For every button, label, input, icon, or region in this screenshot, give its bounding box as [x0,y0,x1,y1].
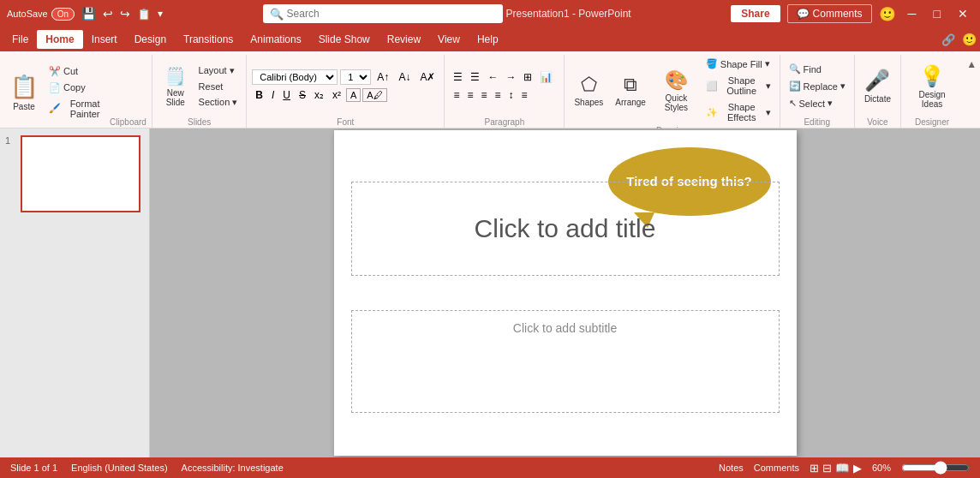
ribbon-group-designer: 💡 Design Ideas Designer [901,55,963,128]
slides-top: 🗒️ New Slide Layout ▾ Reset Section ▾ [158,57,241,116]
format-painter-icon: 🖌️ [49,103,61,114]
voice-label: Voice [860,116,895,128]
menu-design[interactable]: Design [126,30,175,49]
align-center-button[interactable]: ≡ [463,87,476,103]
shape-effects-button[interactable]: ✨ Shape Effects ▾ [702,100,774,124]
slide-subtitle-area[interactable]: Click to add subtitle [351,310,780,413]
replace-button[interactable]: 🔄 Replace ▾ [786,79,849,93]
zoom-slider[interactable] [901,461,970,475]
ribbon-group-paragraph: ☰ ☰ ← → ⊞ 📊 ≡ ≡ ≡ ≡ ↕ ≡ Paragraph [445,55,565,128]
strikethrough-button[interactable]: S [296,87,309,103]
menu-home[interactable]: Home [37,30,82,49]
restore-button[interactable]: □ [929,5,946,22]
design-ideas-button[interactable]: 💡 Design Ideas [906,62,958,111]
menu-view[interactable]: View [429,30,469,49]
customize-icon[interactable]: ▾ [158,8,163,20]
align-right-button[interactable]: ≡ [477,87,490,103]
extra-para-button[interactable]: ≡ [517,87,530,103]
paste-icon: 📋 [10,74,38,100]
title-bar-center: 🔍 Presentation1 - PowerPoint [263,4,631,23]
slide-canvas[interactable]: Tired of seeing this? Click to add title… [334,130,797,456]
search-input[interactable] [287,8,496,20]
font-name-select[interactable]: Calibri (Body) [252,69,338,85]
paragraph-row2: ≡ ≡ ≡ ≡ ↕ ≡ [450,87,559,103]
title-bar-right: Share 💬 Comments 🙂 ─ □ ✕ [731,4,973,23]
shape-outline-button[interactable]: ⬜ Shape Outline ▾ [702,74,774,98]
menu-file[interactable]: File [3,30,37,49]
ribbon-group-drawing: ⬠ Shapes ⧉ Arrange 🎨 Quick Styles 🪣 [565,55,780,128]
paste-button[interactable]: 📋 Paste [5,71,43,114]
justify-button[interactable]: ≡ [491,87,504,103]
canvas-area: Tired of seeing this? Click to add title… [150,128,980,457]
numbering-button[interactable]: ☰ [467,69,483,85]
emoji-icon[interactable]: 🙂 [879,6,896,22]
select-button[interactable]: ↖ Select ▾ [786,96,849,111]
quick-styles-button[interactable]: 🎨 Quick Styles [654,67,699,115]
slide-sorter-button[interactable]: ⊟ [822,462,832,475]
reset-button[interactable]: Reset [195,80,242,93]
normal-view-button[interactable]: ⊞ [810,462,819,475]
menu-animations[interactable]: Animations [242,30,309,49]
clear-format-button[interactable]: A✗ [416,69,439,85]
comments-button[interactable]: 💬 Comments [787,4,872,23]
subscript-button[interactable]: x₂ [311,87,327,103]
quick-styles-icon: 🎨 [665,69,688,92]
font-color-btn[interactable]: A [346,88,361,102]
status-bar: Slide 1 of 1 English (United States) Acc… [0,457,980,478]
increase-font-button[interactable]: A↑ [373,69,392,85]
smart-art-button[interactable]: 📊 [536,69,556,85]
comments-status-button[interactable]: Comments [754,463,799,473]
accessibility-info[interactable]: Accessibility: Investigate [182,463,284,473]
line-spacing-button[interactable]: ↕ [505,87,517,103]
clipboard-icon[interactable]: 📋 [137,8,151,21]
minimize-button[interactable]: ─ [903,5,922,22]
italic-button[interactable]: I [268,87,278,103]
font-format-row: B I U S x₂ x² A A🖊 [252,87,439,103]
reading-view-button[interactable]: 📖 [835,462,850,475]
new-slide-icon: 🗒️ [164,66,186,87]
slide-thumbnail[interactable] [21,135,140,212]
shape-fill-button[interactable]: 🪣 Shape Fill ▾ [702,57,774,71]
layout-button[interactable]: Layout ▾ [195,63,242,78]
ribbon-collapse-button[interactable]: ▲ [963,55,980,128]
share-button[interactable]: Share [731,5,780,22]
decrease-indent-button[interactable]: ← [484,69,501,85]
cut-button[interactable]: ✂️ Cut [45,64,110,79]
bullets-button[interactable]: ☰ [450,69,466,85]
underline-button[interactable]: U [279,87,294,103]
autosave-toggle[interactable]: On [51,8,75,21]
title-bar: AutoSave On 💾 ↩ ↪ 📋 ▾ 🔍 Presentation1 - … [0,0,980,27]
align-left-button[interactable]: ≡ [450,87,463,103]
section-button[interactable]: Section ▾ [195,95,242,110]
menu-insert[interactable]: Insert [83,30,126,49]
decrease-font-button[interactable]: A↓ [395,69,414,85]
close-button[interactable]: ✕ [953,5,973,22]
arrange-button[interactable]: ⧉ Arrange [611,71,650,110]
find-button[interactable]: 🔍 Find [786,62,849,76]
search-bar[interactable]: 🔍 [263,4,503,23]
font-size-select[interactable]: 18 [340,69,371,85]
increase-indent-button[interactable]: → [502,69,519,85]
slide-title-area[interactable]: Click to add title [351,182,780,276]
undo-icon[interactable]: ↩ [103,7,113,21]
menu-transitions[interactable]: Transitions [175,30,242,49]
dictate-button[interactable]: 🎤 Dictate [860,66,895,106]
new-slide-button[interactable]: 🗒️ New Slide [158,63,194,110]
slideshow-button[interactable]: ▶ [853,462,862,475]
highlight-btn[interactable]: A🖊 [362,88,386,102]
find-icon: 🔍 [789,63,801,75]
menu-review[interactable]: Review [379,30,429,49]
bold-button[interactable]: B [252,87,266,103]
redo-icon[interactable]: ↪ [120,7,130,21]
columns-button[interactable]: ⊞ [520,69,535,85]
superscript-button[interactable]: x² [329,87,344,103]
format-painter-button[interactable]: 🖌️ Format Painter [45,97,110,121]
copy-button[interactable]: 📄 Copy [45,81,110,95]
shapes-button[interactable]: ⬠ Shapes [570,71,607,110]
menu-help[interactable]: Help [469,30,507,49]
autosave-label: AutoSave [7,9,48,19]
shape-fill-icon: 🪣 [706,58,718,69]
save-icon[interactable]: 💾 [81,7,96,21]
notes-button[interactable]: Notes [719,463,744,473]
menu-slideshow[interactable]: Slide Show [310,30,379,49]
